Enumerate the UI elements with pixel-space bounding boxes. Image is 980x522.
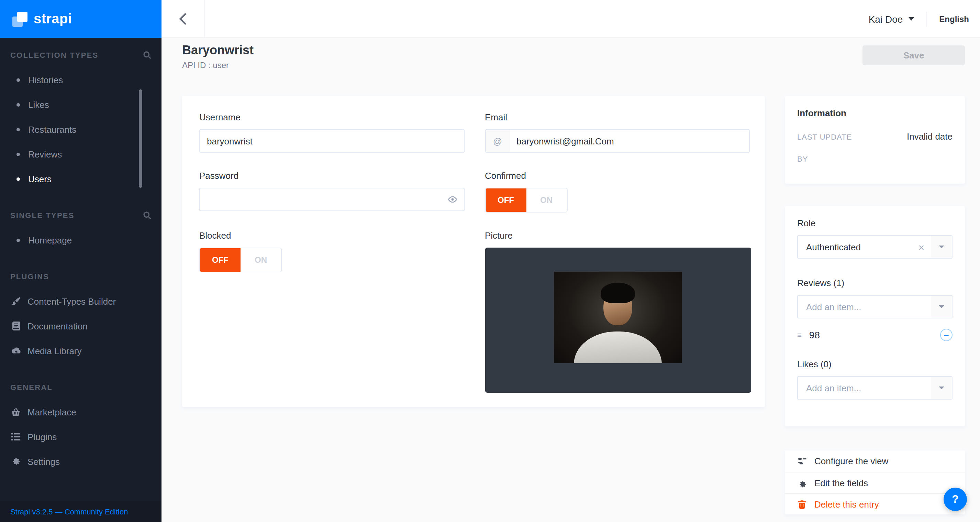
- review-item-row: ≡ 98 −: [797, 329, 953, 341]
- delete-entry-link[interactable]: Delete this entry: [785, 493, 965, 514]
- password-field: [199, 188, 464, 211]
- plugins-list: Content-Types Builder Documentation Medi…: [0, 289, 162, 363]
- password-input[interactable]: [199, 188, 464, 211]
- email-input[interactable]: [509, 130, 749, 152]
- username-label: Username: [199, 112, 464, 123]
- sidebar-item-restaurants[interactable]: Restaurants: [0, 117, 162, 142]
- strapi-logo-word: strapi: [34, 11, 72, 27]
- confirmed-toggle-on[interactable]: ON: [526, 188, 566, 212]
- bullet-icon: [16, 238, 20, 242]
- email-field: @: [485, 129, 750, 153]
- blocked-label: Blocked: [199, 230, 464, 241]
- language-selector[interactable]: English: [939, 14, 969, 24]
- strapi-logo-icon: [13, 11, 27, 27]
- role-value: Authenticated: [798, 242, 911, 252]
- drag-handle-icon[interactable]: ≡: [797, 331, 802, 339]
- sidebar-item-content-types-builder[interactable]: Content-Types Builder: [0, 289, 162, 314]
- sidebar-footer: Strapi v3.2.5 — Community Edition: [0, 501, 162, 522]
- entry-actions-card: Configure the view Edit the fields Delet…: [785, 450, 965, 514]
- reviews-label: Reviews (1): [797, 278, 953, 288]
- version-link[interactable]: Strapi v3.2.5 — Community Edition: [10, 507, 128, 516]
- configure-view-link[interactable]: Configure the view: [785, 450, 965, 472]
- confirmed-toggle-off[interactable]: OFF: [485, 188, 526, 212]
- username-input[interactable]: [199, 129, 464, 153]
- reviews-add-select[interactable]: Add an item...: [797, 295, 953, 318]
- reviews-placeholder: Add an item...: [798, 302, 931, 312]
- sidebar: strapi COLLECTION TYPES Histories Likes …: [0, 0, 162, 522]
- password-label: Password: [199, 171, 464, 181]
- topbar-right: Kai Doe English: [869, 0, 980, 38]
- gear-icon: [797, 478, 807, 487]
- content-area: Baryonwrist API ID : user Save Username …: [162, 38, 980, 522]
- sidebar-item-homepage[interactable]: Homepage: [0, 228, 162, 252]
- sidebar-item-likes[interactable]: Likes: [0, 92, 162, 117]
- help-button[interactable]: ?: [943, 488, 967, 511]
- plugins-header: PLUGINS: [0, 272, 162, 281]
- sidebar-item-marketplace[interactable]: Marketplace: [0, 399, 162, 425]
- sidebar-item-settings[interactable]: Settings: [0, 449, 162, 474]
- general-header: GENERAL: [0, 383, 162, 391]
- user-photo: [554, 271, 682, 363]
- remove-review-button[interactable]: −: [940, 329, 953, 341]
- last-update-row: LAST UPDATE Invalid date: [797, 131, 953, 142]
- email-label: Email: [485, 112, 750, 123]
- strapi-logo[interactable]: strapi: [0, 0, 162, 38]
- dropdown-caret[interactable]: [931, 377, 952, 399]
- bullet-icon: [16, 78, 20, 81]
- caret-down-icon: [939, 386, 944, 389]
- user-menu[interactable]: Kai Doe: [869, 13, 914, 24]
- role-select[interactable]: Authenticated ×: [797, 235, 953, 259]
- relations-card: Role Authenticated × Reviews (1) Add an …: [785, 206, 965, 426]
- list-icon: [10, 433, 21, 441]
- last-update-label: LAST UPDATE: [797, 133, 852, 141]
- single-types-list: Homepage: [0, 228, 162, 252]
- sidebar-item-reviews[interactable]: Reviews: [0, 142, 162, 166]
- blocked-toggle-off[interactable]: OFF: [200, 248, 240, 271]
- sidebar-item-media-library[interactable]: Media Library: [0, 338, 162, 363]
- search-icon[interactable]: [143, 211, 151, 219]
- topbar: Kai Doe English: [162, 0, 980, 38]
- search-icon[interactable]: [143, 51, 151, 59]
- confirmed-label: Confirmed: [485, 171, 750, 181]
- dropdown-caret[interactable]: [931, 236, 952, 258]
- sidebar-item-documentation[interactable]: Documentation: [0, 314, 162, 338]
- blocked-toggle-on[interactable]: ON: [240, 248, 281, 271]
- likes-label: Likes (0): [797, 359, 953, 369]
- blocked-toggle: OFF ON: [199, 247, 282, 272]
- page-title: Baryonwrist: [182, 43, 254, 58]
- divider: [926, 11, 927, 27]
- clear-icon[interactable]: ×: [911, 242, 931, 252]
- sidebar-item-users[interactable]: Users: [0, 166, 162, 191]
- general-list: Marketplace Plugins Settings: [0, 399, 162, 474]
- sidebar-item-histories[interactable]: Histories: [0, 67, 162, 92]
- sliders-icon: [797, 457, 807, 465]
- save-button[interactable]: Save: [862, 45, 965, 65]
- likes-add-select[interactable]: Add an item...: [797, 376, 953, 399]
- dropdown-caret[interactable]: [931, 296, 952, 318]
- app-window: strapi COLLECTION TYPES Histories Likes …: [0, 0, 980, 522]
- book-icon: [10, 321, 21, 331]
- caret-down-icon: [939, 305, 944, 308]
- collection-types-list: Histories Likes Restaurants Reviews User…: [0, 67, 162, 191]
- sidebar-scrollbar[interactable]: [139, 89, 142, 188]
- information-title: Information: [797, 108, 953, 118]
- user-name: Kai Doe: [869, 13, 903, 24]
- eye-icon[interactable]: [447, 196, 457, 203]
- by-row: BY: [797, 155, 953, 163]
- single-types-header: SINGLE TYPES: [0, 211, 162, 219]
- back-button[interactable]: [162, 0, 205, 38]
- page-subtitle: API ID : user: [182, 61, 229, 70]
- information-card: Information LAST UPDATE Invalid date BY: [785, 96, 965, 184]
- user-form-card: Username Email @ Password: [182, 96, 765, 407]
- review-item-value[interactable]: 98: [809, 329, 820, 340]
- sidebar-item-plugins[interactable]: Plugins: [0, 425, 162, 449]
- edit-fields-link[interactable]: Edit the fields: [785, 472, 965, 493]
- trash-icon: [797, 500, 807, 509]
- last-update-value: Invalid date: [907, 131, 953, 142]
- bullet-icon: [16, 103, 20, 106]
- picture-preview[interactable]: [485, 247, 751, 393]
- role-label: Role: [797, 218, 953, 228]
- basket-icon: [10, 407, 21, 417]
- gear-icon: [10, 457, 21, 466]
- bullet-icon: [16, 177, 20, 180]
